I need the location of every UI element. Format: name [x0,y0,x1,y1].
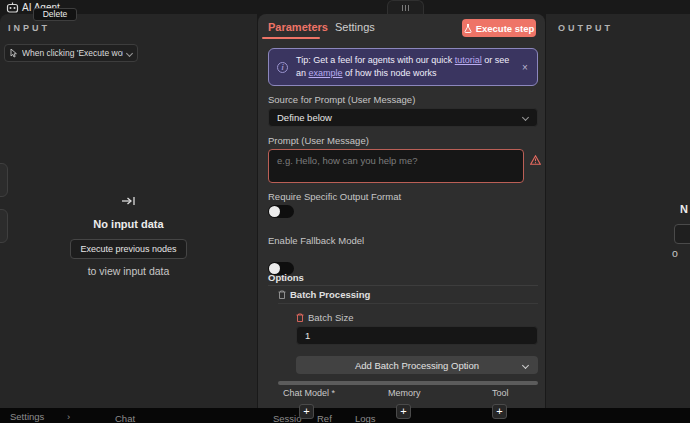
output-panel-title: OUTPUT [558,23,613,33]
source-prompt-select[interactable]: Define below [268,108,538,127]
node-settings-panel: Parameters Settings Execute step i Tip: … [258,14,545,408]
flask-icon [464,24,472,33]
source-prompt-label: Source for Prompt (User Message) [268,94,415,105]
options-label: Options [268,272,304,283]
chat-tab[interactable]: Chat [115,413,135,423]
batch-size-input[interactable] [296,326,538,345]
input-panel: INPUT When clicking 'Execute workfl No i… [0,14,257,408]
add-chat-model-button[interactable]: + [299,404,314,419]
active-tab-underline [262,37,320,39]
background-bottom-bar: Settings › Chat Sessio Ref Logs [0,408,690,423]
input-empty-state: No input data Execute previous nodes to … [0,192,257,277]
trash-icon[interactable] [296,313,304,322]
input-panel-title: INPUT [8,23,50,33]
settings-menu-item[interactable]: Settings [10,411,44,422]
example-link[interactable]: example [309,68,343,78]
output-clipped-text: N [680,203,688,215]
execute-previous-nodes-button[interactable]: Execute previous nodes [70,239,186,259]
close-icon[interactable]: × [522,62,528,73]
prompt-textarea[interactable] [268,149,524,183]
output-clipped-button[interactable] [674,224,690,244]
execute-step-button[interactable]: Execute step [462,19,536,37]
connection-memory-label: Memory [388,388,421,398]
robot-icon [6,2,19,13]
tab-parameters[interactable]: Parameters [268,21,328,33]
session-label-fragment: Sessio [273,413,302,423]
info-icon: i [277,62,288,73]
require-output-toggle[interactable] [268,205,294,218]
no-input-hint: to view input data [0,265,257,277]
no-input-title: No input data [0,218,257,230]
execute-step-label: Execute step [476,23,535,34]
tip-banner: i Tip: Get a feel for agents with our qu… [268,48,538,86]
connection-tool-label: Tool [492,388,509,398]
chevron-down-icon [522,361,529,368]
trash-icon[interactable] [278,290,286,299]
input-source-label: When clicking 'Execute workfl [22,48,123,58]
batch-processing-label: Batch Processing [290,289,370,300]
output-panel: OUTPUT [546,14,690,408]
ref-label-fragment: Ref [317,413,332,423]
panel-drag-handle[interactable] [387,0,424,15]
chevron-down-icon [522,114,529,121]
delete-menu-item[interactable]: Delete [33,8,77,21]
arrow-into-icon [122,196,136,206]
app-window: AI Agent Delete INPUT When clicking 'Exe… [0,0,690,423]
logs-tab[interactable]: Logs [355,413,376,423]
tip-text: Tip: Get a feel for agents with our quic… [296,54,514,81]
output-clipped-text: o [672,247,678,259]
add-memory-button[interactable]: + [396,404,411,419]
tutorial-link[interactable]: tutorial [455,55,482,65]
chevron-right-icon: › [67,411,70,422]
warning-icon [530,155,541,165]
add-tool-button[interactable]: + [492,404,507,419]
add-batch-option-button[interactable]: Add Batch Processing Option [296,356,538,374]
fallback-label: Enable Fallback Model [268,235,364,246]
add-batch-option-label: Add Batch Processing Option [355,360,479,371]
input-source-dropdown[interactable]: When clicking 'Execute workfl [4,44,138,62]
tab-settings[interactable]: Settings [335,21,375,33]
batch-size-label: Batch Size [308,312,353,323]
prompt-label: Prompt (User Message) [268,135,369,146]
horizontal-scrollbar[interactable] [278,381,538,385]
connection-chat-model-label: Chat Model * [283,388,335,398]
chevron-down-icon [126,49,133,56]
cursor-icon [10,49,18,58]
source-prompt-value: Define below [277,112,332,123]
require-output-label: Require Specific Output Format [268,191,401,202]
